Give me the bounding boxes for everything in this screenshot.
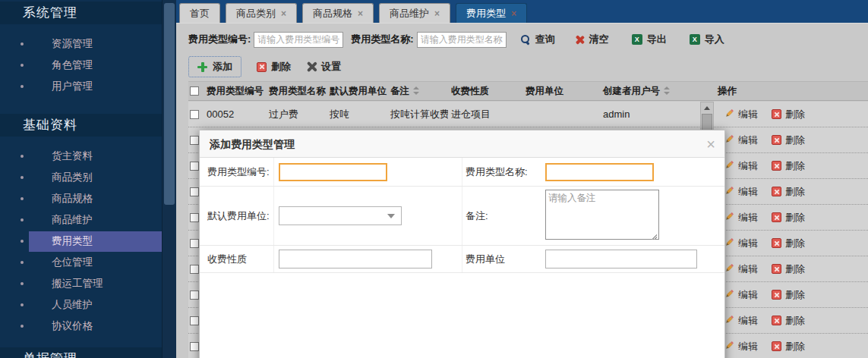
dialog-nature-input[interactable] bbox=[279, 250, 432, 268]
dialog-fee-unit-label: 费用单位 bbox=[462, 246, 541, 272]
sidebar-item[interactable]: 用户管理 bbox=[0, 76, 176, 97]
dialog-name-input[interactable] bbox=[545, 163, 654, 181]
sort-icon[interactable] bbox=[664, 86, 670, 95]
table-cell: 按吨计算收费 bbox=[387, 108, 448, 121]
pencil-icon bbox=[724, 186, 734, 198]
column-header: 默认费用单位 bbox=[327, 85, 387, 98]
table-row[interactable]: 00052过户费按吨按吨计算收费进仓项目admin编辑删除 bbox=[188, 102, 868, 127]
tab[interactable]: 费用类型× bbox=[456, 3, 527, 23]
header-checkbox-cell bbox=[188, 86, 204, 96]
row-checkbox[interactable] bbox=[190, 290, 199, 300]
delete-row-button[interactable]: 删除 bbox=[772, 185, 805, 199]
edit-button-label: 编辑 bbox=[738, 340, 758, 353]
tab[interactable]: 商品规格× bbox=[302, 3, 374, 23]
edit-button-label: 编辑 bbox=[738, 185, 758, 199]
edit-button-label: 编辑 bbox=[738, 108, 758, 121]
row-checkbox[interactable] bbox=[190, 239, 199, 248]
sidebar-item[interactable]: 仓位管理 bbox=[0, 252, 176, 273]
tab[interactable]: 商品维护× bbox=[379, 3, 450, 23]
edit-button[interactable]: 编辑 bbox=[724, 262, 758, 276]
sidebar-item-label: 资源管理 bbox=[52, 37, 93, 51]
dialog-unit-select[interactable] bbox=[279, 206, 402, 225]
sidebar-item[interactable]: 商品类别 bbox=[0, 167, 176, 188]
edit-button[interactable]: 编辑 bbox=[724, 314, 758, 328]
dialog-note-textarea[interactable] bbox=[545, 190, 659, 240]
sidebar-item-band: 仓位管理 bbox=[29, 253, 176, 273]
edit-button[interactable]: 编辑 bbox=[724, 133, 758, 147]
row-checkbox[interactable] bbox=[190, 342, 199, 351]
delete-button[interactable]: 删除 bbox=[257, 60, 291, 74]
sidebar-item[interactable]: 协议价格 bbox=[0, 316, 176, 337]
edit-button[interactable]: 编辑 bbox=[724, 288, 758, 302]
sidebar-scrollbar-thumb[interactable] bbox=[164, 3, 175, 205]
fee-code-label: 费用类型编号: bbox=[188, 33, 251, 46]
sidebar-item-label: 商品规格 bbox=[52, 192, 93, 206]
table-cell: 过户费 bbox=[266, 108, 327, 121]
sidebar-item[interactable]: 资源管理 bbox=[0, 33, 176, 55]
scroll-up-icon[interactable] bbox=[701, 102, 713, 114]
delete-row-button[interactable]: 删除 bbox=[772, 340, 805, 353]
edit-button[interactable]: 编辑 bbox=[724, 159, 758, 173]
grid-scrollbar-thumb[interactable] bbox=[702, 114, 712, 130]
row-checkbox[interactable] bbox=[190, 136, 199, 145]
tab[interactable]: 商品类别× bbox=[226, 3, 297, 23]
row-checkbox[interactable] bbox=[190, 213, 199, 222]
edit-button[interactable]: 编辑 bbox=[724, 340, 758, 353]
delete-button-label: 删除 bbox=[785, 314, 805, 328]
row-checkbox[interactable] bbox=[190, 110, 199, 119]
delete-row-button[interactable]: 删除 bbox=[772, 133, 805, 147]
row-checkbox[interactable] bbox=[190, 265, 199, 274]
add-button[interactable]: 添加 bbox=[188, 56, 241, 77]
tab-close-icon[interactable]: × bbox=[281, 9, 286, 18]
table-header: 费用类型编号费用类型名称默认费用单位备注收费性质费用单位创建者用户号操作 bbox=[188, 81, 868, 101]
delete-row-button[interactable]: 删除 bbox=[772, 262, 805, 276]
export-button[interactable]: 导出 bbox=[632, 33, 667, 46]
delete-row-button[interactable]: 删除 bbox=[772, 288, 805, 302]
sidebar-item-band: 角色管理 bbox=[29, 55, 176, 76]
row-checkbox[interactable] bbox=[190, 162, 199, 171]
sidebar-item-label: 搬运工管理 bbox=[52, 277, 103, 290]
grid-toolbar: 添加 删除 设置 bbox=[188, 55, 341, 78]
row-checkbox[interactable] bbox=[190, 316, 199, 325]
delete-icon bbox=[772, 341, 781, 351]
close-icon[interactable]: × bbox=[706, 130, 715, 158]
dialog-fee-unit-input[interactable] bbox=[545, 250, 697, 268]
fee-name-search-input[interactable] bbox=[417, 32, 507, 48]
clear-button[interactable]: 清空 bbox=[575, 33, 609, 46]
sidebar-item[interactable]: 货主资料 bbox=[0, 146, 176, 167]
column-header: 创建者用户号 bbox=[600, 85, 700, 98]
select-all-checkbox[interactable] bbox=[190, 86, 199, 96]
sidebar-item[interactable]: 商品规格 bbox=[0, 188, 176, 209]
delete-row-button[interactable]: 删除 bbox=[772, 237, 805, 250]
sidebar-item[interactable]: 费用类型 bbox=[0, 231, 176, 252]
import-button[interactable]: 导入 bbox=[690, 33, 724, 46]
delete-row-button[interactable]: 删除 bbox=[772, 211, 805, 225]
excel-import-icon bbox=[690, 34, 700, 45]
sort-icon[interactable] bbox=[413, 86, 419, 95]
tab-close-icon[interactable]: × bbox=[511, 9, 516, 18]
dialog-code-input[interactable] bbox=[279, 163, 387, 181]
sidebar-item[interactable]: 角色管理 bbox=[0, 55, 176, 76]
edit-button[interactable]: 编辑 bbox=[724, 108, 758, 121]
export-button-label: 导出 bbox=[647, 33, 667, 46]
edit-button[interactable]: 编辑 bbox=[724, 237, 758, 250]
fee-code-search-input[interactable] bbox=[254, 32, 343, 48]
query-button[interactable]: 查询 bbox=[520, 33, 555, 46]
sidebar-item[interactable]: 人员维护 bbox=[0, 294, 176, 316]
sidebar-scrollbar[interactable] bbox=[162, 0, 176, 358]
row-checkbox[interactable] bbox=[190, 187, 199, 196]
edit-button[interactable]: 编辑 bbox=[724, 185, 758, 199]
edit-button[interactable]: 编辑 bbox=[724, 211, 758, 225]
sidebar-item[interactable]: 搬运工管理 bbox=[0, 273, 176, 294]
delete-row-button[interactable]: 删除 bbox=[772, 108, 805, 121]
delete-row-button[interactable]: 删除 bbox=[772, 159, 805, 173]
sidebar-item[interactable]: 商品维护 bbox=[0, 209, 176, 231]
bullet-icon bbox=[0, 231, 29, 252]
settings-button[interactable]: 设置 bbox=[306, 60, 341, 74]
bullet-icon bbox=[0, 167, 29, 188]
tab-close-icon[interactable]: × bbox=[358, 9, 363, 18]
tab[interactable]: 首页 bbox=[179, 3, 220, 23]
tab-close-icon[interactable]: × bbox=[434, 9, 440, 18]
delete-row-button[interactable]: 删除 bbox=[772, 314, 805, 328]
sidebar-item-band: 资源管理 bbox=[29, 34, 176, 55]
